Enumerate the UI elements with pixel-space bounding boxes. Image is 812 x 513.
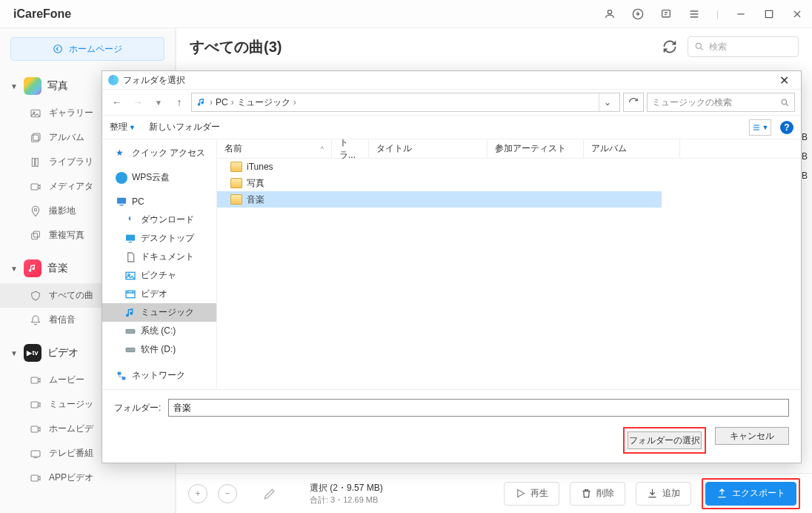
breadcrumb-seg[interactable]: ミュージック (237, 96, 290, 109)
svg-rect-16 (31, 402, 38, 408)
dialog-title: フォルダを選択 (123, 74, 185, 87)
select-highlight: フォルダーの選択 (623, 427, 706, 454)
export-highlight: エクスポート (702, 478, 800, 509)
user-icon[interactable] (604, 8, 616, 20)
svg-rect-31 (118, 371, 122, 374)
col-track[interactable]: トラ... (332, 139, 369, 158)
breadcrumb[interactable]: › PC › ミュージック › ⌄ (191, 93, 620, 112)
svg-rect-32 (122, 377, 126, 380)
edit-icon[interactable] (262, 486, 277, 501)
app-title: iCareFone (13, 7, 71, 21)
tree-pictures[interactable]: ピクチャ (102, 266, 216, 285)
svg-rect-18 (31, 451, 40, 457)
nav-header-photo-label: 写真 (47, 79, 68, 93)
file-row-selected[interactable]: 音楽 (217, 191, 662, 208)
sidebar-item-appvideo[interactable]: APPビデオ (0, 466, 175, 490)
col-album[interactable]: アルバム (584, 139, 680, 158)
main-header: すべての曲(3) 検索 (176, 28, 812, 65)
cancel-button[interactable]: キャンセル (715, 427, 789, 445)
music-app-icon (24, 259, 41, 277)
play-button[interactable]: 再生 (504, 482, 559, 506)
col-name[interactable]: 名前^ (217, 139, 332, 158)
breadcrumb-dropdown-icon[interactable]: ⌄ (599, 93, 615, 111)
nav-history-icon[interactable]: ▼ (150, 99, 167, 107)
svg-rect-22 (117, 198, 126, 204)
tree-music[interactable]: ミュージック (102, 303, 216, 322)
caret-down-icon: ▼ (10, 82, 18, 90)
music-folder-icon (196, 97, 207, 107)
nav-forward-icon[interactable]: → (129, 96, 147, 108)
organize-button[interactable]: 整理▼ (110, 121, 136, 133)
dialog-titlebar: フォルダを選択 ✕ (102, 71, 801, 89)
svg-rect-29 (126, 329, 135, 333)
maximize-icon[interactable] (763, 8, 775, 20)
dialog-close-button[interactable]: ✕ (773, 73, 795, 87)
remove-round-button[interactable]: － (218, 484, 237, 503)
tree-documents[interactable]: ドキュメント (102, 248, 216, 266)
tree-desktop[interactable]: デスクトップ (102, 229, 216, 248)
view-mode-button[interactable]: ▼ (749, 119, 771, 136)
tree-drive-c[interactable]: 系统 (C:) (102, 322, 216, 340)
svg-rect-23 (119, 205, 123, 205)
close-icon[interactable] (791, 8, 803, 20)
svg-rect-15 (31, 377, 38, 383)
select-folder-button[interactable]: フォルダーの選択 (628, 431, 702, 449)
svg-point-12 (34, 208, 36, 211)
svg-rect-9 (32, 158, 34, 166)
svg-rect-10 (36, 158, 38, 166)
dialog-search-input[interactable]: ミュージックの検索 (647, 93, 795, 112)
refresh-icon[interactable] (662, 39, 677, 54)
col-artist[interactable]: 参加アーティスト (487, 139, 584, 158)
feedback-icon[interactable] (660, 8, 672, 20)
tree-download[interactable]: ダウンロード (102, 211, 216, 229)
address-refresh-icon[interactable] (623, 93, 644, 112)
titlebar: iCareFone | (0, 0, 812, 28)
tree-wps[interactable]: WPS云盘 (102, 168, 216, 187)
svg-rect-30 (126, 348, 135, 351)
titlebar-icons: | (604, 8, 803, 20)
menu-icon[interactable] (688, 8, 700, 20)
tree-pc[interactable]: PC (102, 193, 216, 211)
selection-line: 選択 (2・9.57 MB) (310, 482, 383, 494)
folder-icon (230, 162, 242, 172)
folder-field[interactable] (168, 399, 789, 417)
minimize-icon[interactable] (735, 8, 747, 20)
nav-up-icon[interactable]: ↑ (170, 96, 188, 108)
svg-point-21 (782, 99, 787, 105)
total-line: 合計: 3・12.69 MB (310, 494, 383, 506)
tree-quickaccess[interactable]: ★クイック アクセス (102, 144, 216, 162)
svg-point-0 (608, 10, 611, 13)
caret-down-icon: ▼ (10, 265, 18, 273)
caret-down-icon: ▼ (10, 349, 18, 357)
homepage-label: ホームページ (69, 43, 122, 56)
svg-point-20 (696, 43, 701, 48)
search-icon (780, 98, 790, 107)
nav-back-icon[interactable]: ← (108, 96, 126, 108)
homepage-button[interactable]: ホームページ (10, 37, 164, 61)
delete-button[interactable]: 削除 (570, 482, 625, 506)
dialog-toolbar: 整理▼ 新しいフォルダー ▼ ? (102, 116, 801, 139)
search-input[interactable]: 検索 (688, 36, 799, 57)
back-arrow-icon (53, 44, 63, 54)
nav-header-music-label: 音楽 (47, 262, 68, 275)
download-icon[interactable] (632, 8, 644, 20)
newfolder-button[interactable]: 新しいフォルダー (149, 121, 220, 133)
add-round-button[interactable]: ＋ (188, 484, 207, 503)
svg-rect-14 (33, 231, 39, 237)
file-row[interactable]: iTunes (217, 159, 801, 175)
tree-videos[interactable]: ビデオ (102, 285, 216, 303)
add-button[interactable]: 追加 (636, 482, 691, 506)
footer-info: 選択 (2・9.57 MB) 合計: 3・12.69 MB (310, 482, 383, 506)
search-placeholder: 検索 (709, 41, 727, 53)
help-icon[interactable]: ? (780, 121, 793, 134)
svg-rect-19 (31, 475, 38, 481)
col-title[interactable]: タイトル (369, 139, 487, 158)
svg-rect-11 (31, 184, 38, 190)
breadcrumb-seg[interactable]: PC (216, 97, 228, 107)
folder-icon (230, 178, 242, 188)
export-button[interactable]: エクスポート (705, 482, 796, 506)
tree-drive-d[interactable]: 软件 (D:) (102, 340, 216, 359)
file-row[interactable]: 写真 (217, 175, 801, 191)
tree-network[interactable]: ネットワーク (102, 366, 216, 385)
folder-icon (230, 194, 242, 205)
